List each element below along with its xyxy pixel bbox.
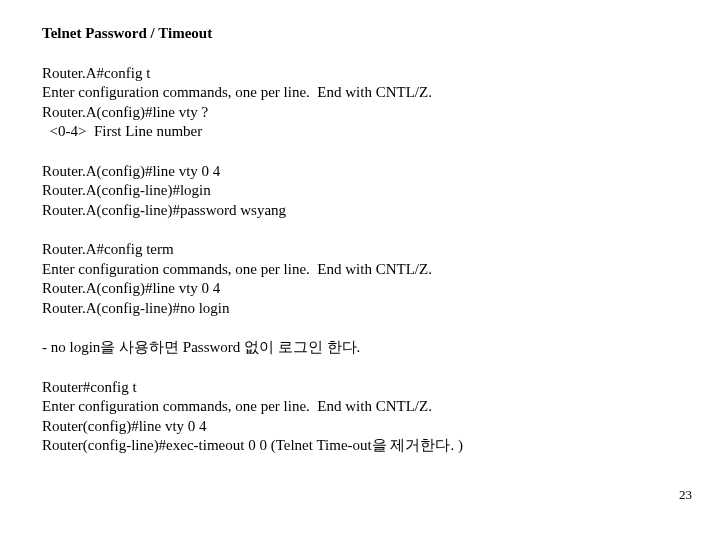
config-block-4: Router#config t Enter configuration comm… [42, 378, 642, 456]
config-block-3: Router.A#config term Enter configuration… [42, 240, 642, 318]
cli-line: Enter configuration commands, one per li… [42, 260, 642, 280]
config-block-2: Router.A(config)#line vty 0 4 Router.A(c… [42, 162, 642, 221]
note-line: - no login을 사용하면 Password 없이 로그인 한다. [42, 338, 642, 358]
cli-line: Router#config t [42, 378, 642, 398]
cli-line: Router.A(config-line)#login [42, 181, 642, 201]
cli-line: Router.A(config)#line vty 0 4 [42, 162, 642, 182]
note-text: - no login을 사용하면 Password 없이 로그인 한다. [42, 338, 642, 358]
cli-line: Router.A(config-line)#password wsyang [42, 201, 642, 221]
page-number: 23 [679, 487, 692, 504]
cli-line: Router.A(config)#line vty ? [42, 103, 642, 123]
page-title: Telnet Password / Timeout [42, 24, 642, 44]
cli-line: Enter configuration commands, one per li… [42, 397, 642, 417]
cli-line: Router.A#config term [42, 240, 642, 260]
cli-line: Router.A#config t [42, 64, 642, 84]
cli-line: Router.A(config)#line vty 0 4 [42, 279, 642, 299]
cli-line: Enter configuration commands, one per li… [42, 83, 642, 103]
document-body: Telnet Password / Timeout Router.A#confi… [0, 0, 642, 456]
cli-line: Router(config-line)#exec-timeout 0 0 (Te… [42, 436, 642, 456]
cli-line: Router(config)#line vty 0 4 [42, 417, 642, 437]
cli-line: Router.A(config-line)#no login [42, 299, 642, 319]
cli-line: <0-4> First Line number [42, 122, 642, 142]
config-block-1: Router.A#config t Enter configuration co… [42, 64, 642, 142]
